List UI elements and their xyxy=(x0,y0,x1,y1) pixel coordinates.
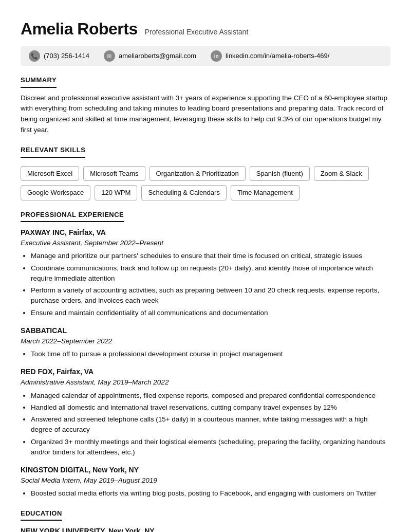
job-company: SABBATICAL xyxy=(21,325,390,336)
skill-tag: Time Management xyxy=(231,185,300,200)
list-item: Ensure and maintain confidentiality of a… xyxy=(31,308,390,318)
jobs-container: PAXWAY INC, Fairfax, VAExecutive Assista… xyxy=(21,227,390,499)
job-entry: RED FOX, Fairfax, VAAdministrative Assis… xyxy=(21,366,390,457)
job-entry: SABBATICALMarch 2022–September 2022Took … xyxy=(21,325,390,360)
list-item: Answered and screened telephone calls (1… xyxy=(31,414,390,435)
job-bullets: Managed calendar of appointments, filed … xyxy=(21,391,390,458)
linkedin-icon: in xyxy=(211,50,222,62)
email-text: ameliaroberts@gmail.com xyxy=(119,51,196,61)
skill-tag: Google Workspace xyxy=(21,185,90,200)
contact-bar: 📞 (703) 256-1414 ✉ ameliaroberts@gmail.c… xyxy=(21,46,390,66)
list-item: Handled all domestic and international t… xyxy=(31,402,390,413)
job-entry: PAXWAY INC, Fairfax, VAExecutive Assista… xyxy=(21,227,390,318)
job-bullets: Manage and prioritize our partners' sche… xyxy=(21,251,390,318)
list-item: Coordinate communications, track and fol… xyxy=(31,263,390,284)
header-name-row: Amelia Roberts Professional Executive As… xyxy=(21,16,390,41)
skill-tag: 120 WPM xyxy=(95,185,137,200)
candidate-title: Professional Executive Assistant xyxy=(145,27,249,38)
skills-section: RELEVANT SKILLS Microsoft ExcelMicrosoft… xyxy=(21,145,390,200)
edu-container: NEW YORK UNIVERSITY, New York, NYBachelo… xyxy=(21,526,390,532)
skills-title: RELEVANT SKILLS xyxy=(21,145,85,158)
job-entry: KINGSTON DIGITAL, New York, NYSocial Med… xyxy=(21,465,390,499)
skill-tag: Organization & Prioritization xyxy=(150,166,246,181)
job-role: Administrative Assistant, May 2019–March… xyxy=(21,377,390,388)
phone-icon: 📞 xyxy=(29,50,40,62)
job-company: KINGSTON DIGITAL, New York, NY xyxy=(21,465,390,475)
education-title: EDUCATION xyxy=(21,508,62,521)
summary-title: SUMMARY xyxy=(21,75,57,88)
job-bullets: Boosted social media efforts via writing… xyxy=(21,488,390,499)
list-item: Managed calendar of appointments, filed … xyxy=(31,391,390,401)
skills-grid: Microsoft ExcelMicrosoft TeamsOrganizati… xyxy=(21,166,390,200)
job-company: PAXWAY INC, Fairfax, VA xyxy=(21,227,390,238)
experience-section: PROFESSIONAL EXPERIENCE PAXWAY INC, Fair… xyxy=(21,210,390,499)
edu-entry: NEW YORK UNIVERSITY, New York, NYBachelo… xyxy=(21,526,390,532)
list-item: Took time off to pursue a professional d… xyxy=(31,349,390,359)
skill-tag: Scheduling & Calendars xyxy=(141,185,226,200)
job-role: Executive Assistant, September 2022–Pres… xyxy=(21,238,390,248)
list-item: Boosted social media efforts via writing… xyxy=(31,488,390,499)
skill-tag: Spanish (fluent) xyxy=(250,166,310,181)
job-company: RED FOX, Fairfax, VA xyxy=(21,366,390,377)
edu-school: NEW YORK UNIVERSITY, New York, NY xyxy=(21,526,390,532)
list-item: Organized 3+ monthly meetings and their … xyxy=(31,437,390,458)
job-role: Social Media Intern, May 2019–August 201… xyxy=(21,475,390,486)
job-role: March 2022–September 2022 xyxy=(21,336,390,346)
job-bullets: Took time off to pursue a professional d… xyxy=(21,349,390,359)
experience-title: PROFESSIONAL EXPERIENCE xyxy=(21,210,124,223)
skill-tag: Microsoft Teams xyxy=(83,166,145,181)
email-icon: ✉ xyxy=(104,50,115,62)
email-contact: ✉ ameliaroberts@gmail.com xyxy=(104,50,196,62)
phone-text: (703) 256-1414 xyxy=(44,51,89,61)
skill-tag: Zoom & Slack xyxy=(314,166,369,181)
summary-section: SUMMARY Discreet and professional execut… xyxy=(21,75,390,136)
summary-text: Discreet and professional executive assi… xyxy=(21,93,390,136)
list-item: Perform a variety of accounting activiti… xyxy=(31,285,390,306)
candidate-name: Amelia Roberts xyxy=(21,16,138,41)
linkedin-contact: in linkedin.com/in/amelia-roberts-469/ xyxy=(211,50,329,62)
linkedin-text: linkedin.com/in/amelia-roberts-469/ xyxy=(226,51,329,61)
skill-tag: Microsoft Excel xyxy=(21,166,79,181)
resume-container: Amelia Roberts Professional Executive As… xyxy=(0,0,411,532)
list-item: Manage and prioritize our partners' sche… xyxy=(31,251,390,261)
phone-contact: 📞 (703) 256-1414 xyxy=(29,50,89,62)
education-section: EDUCATION NEW YORK UNIVERSITY, New York,… xyxy=(21,508,390,532)
